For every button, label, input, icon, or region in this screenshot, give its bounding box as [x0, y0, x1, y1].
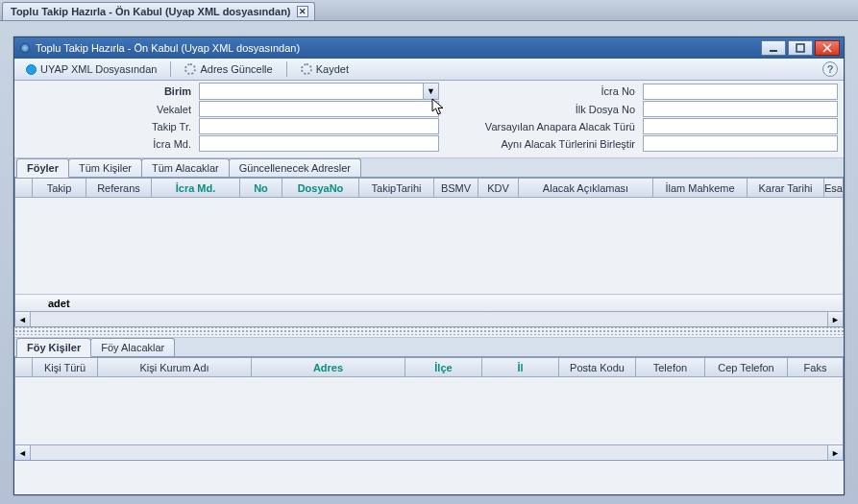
- birim-combo[interactable]: ▼: [199, 83, 439, 100]
- kaydet-button[interactable]: Kaydet: [293, 61, 356, 77]
- col-dosyano[interactable]: DosyaNo: [282, 179, 359, 197]
- tab-tumkisiler[interactable]: Tüm Kişiler: [68, 158, 142, 177]
- col-icramd[interactable]: İcra Md.: [152, 179, 240, 197]
- col-ceptelefon[interactable]: Cep Telefon: [705, 358, 788, 376]
- label-icrano: İcra No: [445, 85, 637, 97]
- tab-guncellenecek[interactable]: Güncellenecek Adresler: [229, 158, 361, 177]
- col-esa[interactable]: Esa: [824, 179, 843, 197]
- col-takiptarihi[interactable]: TakipTarihi: [359, 179, 434, 197]
- upper-tabstrip: Föyler Tüm Kişiler Tüm Alacaklar Güncell…: [14, 157, 844, 178]
- col-postakodu[interactable]: Posta Kodu: [559, 358, 636, 376]
- scroll-track[interactable]: [31, 312, 827, 326]
- tab-foyalacaklar[interactable]: Föy Alacaklar: [90, 338, 175, 356]
- varsayilan-input[interactable]: [643, 118, 838, 134]
- label-icramd: İcra Md.: [20, 138, 193, 150]
- maximize-button[interactable]: [788, 40, 813, 56]
- col-karar[interactable]: Karar Tarihi: [748, 179, 824, 197]
- tab-foykisiler[interactable]: Föy Kişiler: [16, 338, 91, 357]
- toolbar-separator: [286, 61, 287, 77]
- icrano-input[interactable]: [643, 84, 838, 100]
- col-kisituru[interactable]: Kişi Türü: [33, 358, 98, 376]
- label-varsayilan: Varsayılan Anapara Alacak Türü: [445, 121, 637, 132]
- adres-label: Adres Güncelle: [200, 63, 272, 75]
- minimize-button[interactable]: [761, 40, 786, 56]
- mdi-window: Toplu Takip Hazırla - Ön Kabul (Uyap XML…: [13, 36, 845, 495]
- spinner-icon: [184, 63, 196, 75]
- upper-grid-header: Takip Referans İcra Md. No DosyaNo Takip…: [15, 179, 843, 198]
- close-button[interactable]: [815, 40, 840, 56]
- app-tab[interactable]: Toplu Takip Hazırla - Ön Kabul (Uyap XML…: [2, 2, 315, 20]
- col-kdv[interactable]: KDV: [478, 179, 519, 197]
- ilkdosyano-input[interactable]: [643, 101, 838, 117]
- col-no[interactable]: No: [240, 179, 282, 197]
- window-titlebar: Toplu Takip Hazırla - Ön Kabul (Uyap XML…: [14, 37, 844, 59]
- birlestir-input[interactable]: [643, 135, 838, 152]
- upper-grid: Takip Referans İcra Md. No DosyaNo Takip…: [14, 178, 844, 327]
- birim-input[interactable]: [200, 84, 423, 99]
- adres-guncelle-button[interactable]: Adres Güncelle: [177, 61, 280, 77]
- svg-rect-1: [797, 44, 804, 52]
- col-alacak[interactable]: Alacak Açıklaması: [519, 179, 653, 197]
- form-area: Birim ▼ İcra No Vekalet İlk Dosya No Tak…: [14, 81, 844, 157]
- upper-hscroll[interactable]: ◄ ►: [15, 311, 843, 326]
- col-bsmv[interactable]: BSMV: [434, 179, 478, 197]
- uyap-dot-icon: [26, 64, 37, 75]
- icramd-input[interactable]: [199, 135, 439, 152]
- svg-rect-0: [770, 50, 777, 52]
- scroll-track[interactable]: [31, 445, 827, 460]
- app-tab-close-icon[interactable]: ✕: [297, 6, 308, 17]
- grid-corner[interactable]: [15, 179, 33, 197]
- col-adres[interactable]: Adres: [252, 358, 405, 376]
- lower-hscroll[interactable]: ◄ ►: [15, 444, 843, 460]
- col-telefon[interactable]: Telefon: [636, 358, 705, 376]
- app-tab-title: Toplu Takip Hazırla - Ön Kabul (Uyap XML…: [11, 6, 291, 17]
- tab-tumalacaklar[interactable]: Tüm Alacaklar: [141, 158, 230, 177]
- col-ilam[interactable]: İlam Mahkeme: [653, 179, 748, 197]
- lower-grid: Kişi Türü Kişi Kurum Adı Adres İlçe İl P…: [14, 357, 844, 461]
- window-icon: [20, 43, 30, 53]
- scroll-left-icon[interactable]: ◄: [15, 445, 31, 460]
- col-takip[interactable]: Takip: [33, 179, 86, 197]
- spinner-icon: [301, 63, 312, 75]
- col-kisikurum[interactable]: Kişi Kurum Adı: [98, 358, 252, 376]
- app-tabbar: Toplu Takip Hazırla - Ön Kabul (Uyap XML…: [0, 0, 858, 21]
- splitter[interactable]: [14, 327, 844, 335]
- adet-label: adet: [48, 298, 70, 309]
- upper-grid-body[interactable]: [15, 198, 843, 294]
- chevron-down-icon[interactable]: ▼: [423, 84, 438, 99]
- grid-corner[interactable]: [15, 358, 33, 376]
- lower-grid-body[interactable]: [15, 377, 843, 444]
- label-birlestir: Aynı Alacak Türlerini Birleştir: [445, 138, 637, 150]
- label-birim: Birim: [20, 85, 193, 97]
- col-faks[interactable]: Faks: [788, 358, 843, 376]
- col-ilce[interactable]: İlçe: [405, 358, 482, 376]
- help-icon[interactable]: ?: [822, 61, 838, 77]
- upper-grid-footer: adet: [15, 294, 843, 311]
- window-title: Toplu Takip Hazırla - Ön Kabul (Uyap XML…: [36, 42, 300, 54]
- takiptr-input[interactable]: [199, 118, 439, 134]
- label-vekalet: Vekalet: [20, 104, 193, 115]
- label-takiptr: Takip Tr.: [20, 121, 193, 132]
- scroll-right-icon[interactable]: ►: [827, 445, 843, 460]
- scroll-left-icon[interactable]: ◄: [15, 312, 31, 326]
- toolbar-separator: [170, 61, 171, 77]
- lower-tabstrip: Föy Kişiler Föy Alacaklar: [14, 337, 844, 357]
- lower-grid-header: Kişi Türü Kişi Kurum Adı Adres İlçe İl P…: [15, 358, 843, 377]
- col-referans[interactable]: Referans: [86, 179, 152, 197]
- vekalet-input[interactable]: [199, 101, 439, 117]
- uyap-label: UYAP XML Dosyasından: [40, 63, 157, 75]
- tab-foyler[interactable]: Föyler: [16, 158, 69, 178]
- toolbar: UYAP XML Dosyasından Adres Güncelle Kayd…: [14, 59, 844, 81]
- scroll-right-icon[interactable]: ►: [827, 312, 843, 326]
- label-ilkdosyano: İlk Dosya No: [445, 104, 637, 115]
- kaydet-label: Kaydet: [316, 63, 349, 75]
- uyap-xml-button[interactable]: UYAP XML Dosyasından: [18, 61, 164, 77]
- col-il[interactable]: İl: [482, 358, 559, 376]
